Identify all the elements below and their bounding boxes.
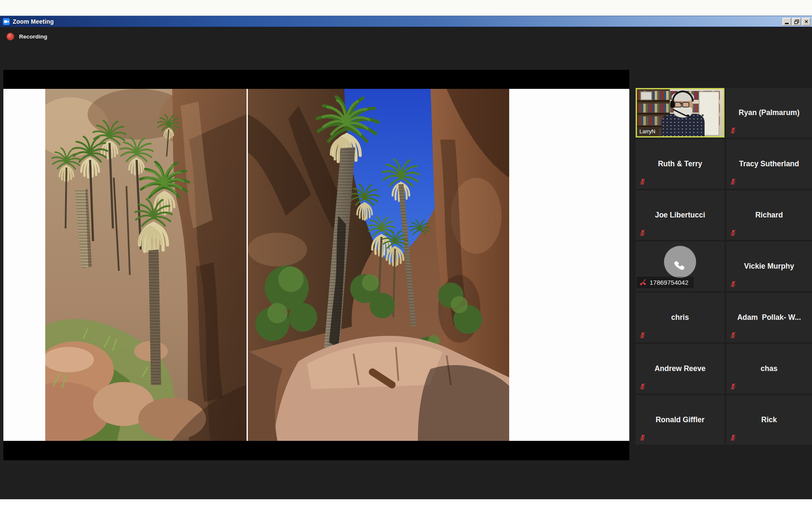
participant-name: Tracy Sutherland	[726, 159, 812, 168]
window-controls: ✕	[782, 18, 811, 26]
participant-tile[interactable]: Vickie Murphy	[726, 242, 812, 291]
participant-tile[interactable]: Tracy Sutherland	[726, 139, 812, 189]
participant-name: Adam Pollak- W...	[726, 313, 812, 322]
participant-tile[interactable]: Ronald Giffler	[636, 395, 724, 445]
presentation-slide	[3, 89, 629, 441]
participant-tile[interactable]: Joe Libertucci	[636, 190, 724, 240]
muted-mic-icon	[730, 280, 737, 288]
close-button[interactable]: ✕	[802, 18, 811, 26]
participant-tile[interactable]: Ruth & Terry	[636, 139, 724, 189]
phone-number: 17869754042	[650, 279, 689, 286]
participant-tile[interactable]: Richard	[726, 190, 812, 240]
muted-mic-icon	[730, 383, 737, 390]
muted-mic-icon	[730, 127, 737, 134]
participants-panel: LarryN Ryan (Palmarum) Ruth & Terry	[636, 88, 812, 445]
desktop-background-bottom	[0, 499, 812, 517]
active-speaker-video-tile[interactable]: LarryN	[636, 88, 724, 138]
participant-tile[interactable]: Ryan (Palmarum)	[726, 88, 812, 138]
window-title: Zoom Meeting	[13, 18, 54, 25]
phone-participant-tile[interactable]: 17869754042	[636, 242, 724, 291]
participant-name: Ruth & Terry	[636, 159, 724, 168]
muted-mic-icon	[639, 434, 646, 441]
record-dot-icon	[7, 33, 14, 40]
muted-mic-icon	[730, 332, 737, 339]
zoom-meeting-window: Recording	[0, 27, 812, 499]
muted-mic-icon	[639, 383, 646, 390]
active-speaker-name: LarryN	[637, 128, 659, 136]
left-photo	[45, 89, 247, 441]
muted-mic-icon	[730, 229, 737, 236]
phone-avatar	[664, 246, 696, 278]
participant-tile[interactable]: Andrew Reeve	[636, 344, 724, 393]
restore-button[interactable]	[792, 18, 801, 26]
muted-mic-icon	[639, 178, 646, 185]
participant-tile[interactable]: Adam Pollak- W...	[726, 293, 812, 342]
glasses	[675, 102, 682, 107]
participant-tile[interactable]: chas	[726, 344, 812, 393]
muted-mic-icon	[730, 178, 737, 185]
participant-name: Rick	[726, 415, 812, 424]
minimize-icon	[785, 23, 789, 24]
phone-icon	[671, 253, 689, 271]
close-icon: ✕	[804, 19, 808, 24]
muted-mic-icon	[730, 434, 737, 441]
picture-frame	[640, 91, 652, 100]
participant-name: Ryan (Palmarum)	[726, 108, 812, 117]
participant-name: Richard	[726, 210, 812, 219]
recording-label: Recording	[19, 33, 47, 40]
muted-mic-icon	[639, 332, 646, 339]
shared-screen-stage	[3, 70, 629, 460]
restore-icon	[794, 19, 799, 24]
desktop-background-top	[0, 0, 812, 16]
window-titlebar[interactable]: Zoom Meeting ✕	[0, 16, 812, 27]
recording-indicator: Recording	[7, 33, 47, 40]
phone-number-chip: 17869754042	[636, 277, 694, 288]
participant-name: Joe Libertucci	[636, 210, 724, 219]
muted-mic-icon	[639, 229, 646, 236]
participant-name: chris	[636, 313, 724, 322]
participant-tile[interactable]: chris	[636, 293, 724, 342]
zoom-app-icon	[3, 18, 10, 25]
participant-name: Vickie Murphy	[726, 261, 812, 270]
minimize-button[interactable]	[782, 18, 791, 26]
participant-name: chas	[726, 364, 812, 373]
participant-name: Andrew Reeve	[636, 364, 724, 373]
muted-phone-icon	[639, 278, 647, 286]
participant-tile[interactable]: Rick	[726, 395, 812, 445]
participant-name: Ronald Giffler	[636, 415, 724, 424]
right-photo	[248, 89, 509, 441]
